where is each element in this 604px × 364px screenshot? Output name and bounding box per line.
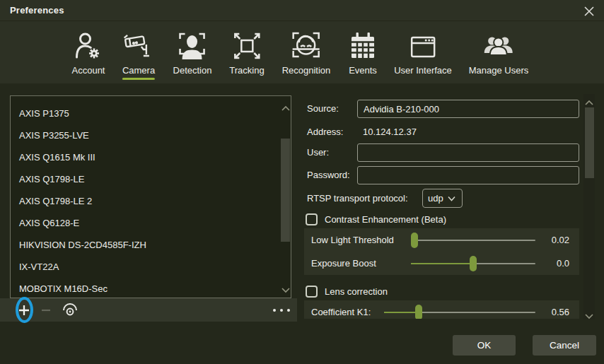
list-item[interactable]: AXIS Q1798-LE — [11, 168, 279, 190]
camera-list: AXIS P1375 AXIS P3255-LVE AXIS Q1615 Mk … — [10, 95, 291, 298]
ok-button[interactable]: OK — [453, 335, 516, 356]
manage-users-icon — [482, 27, 515, 62]
more-options-button[interactable] — [273, 298, 290, 322]
list-item[interactable]: AXIS P1375 — [11, 102, 279, 124]
camera-list-items: AXIS P1375 AXIS P3255-LVE AXIS Q1615 Mk … — [11, 102, 279, 300]
tab-label: Tracking — [229, 65, 264, 76]
cancel-button[interactable]: Cancel — [533, 335, 596, 356]
tab-user-interface[interactable]: User Interface — [394, 27, 452, 76]
close-icon[interactable] — [583, 5, 596, 18]
scroll-up-icon[interactable] — [281, 102, 291, 109]
slider-thumb[interactable] — [470, 256, 477, 271]
tab-label: Camera — [122, 65, 155, 76]
slider-thumb[interactable] — [411, 233, 418, 248]
tab-underline — [122, 78, 155, 80]
user-interface-icon — [407, 27, 439, 62]
tab-account[interactable]: Account — [72, 27, 105, 76]
tab-events[interactable]: Events — [347, 27, 379, 76]
list-item[interactable]: IX-VT22A — [11, 256, 279, 278]
lens-sliders-panel: Coefficient K1: 0.56 — [304, 300, 579, 319]
chevron-down-icon — [448, 196, 455, 201]
scroll-down-icon[interactable] — [584, 310, 594, 317]
password-input[interactable] — [357, 166, 579, 184]
password-label: Password: — [307, 166, 350, 184]
lens-correction-checkbox[interactable] — [306, 286, 318, 298]
list-item[interactable]: AXIS Q6128-E — [11, 212, 279, 234]
titlebar: Preferences — [0, 0, 604, 21]
list-item[interactable]: MOBOTIX M16D-Sec — [11, 278, 279, 300]
coefficient-k1-value: 0.56 — [542, 307, 569, 317]
tab-label: Detection — [173, 65, 212, 76]
tab-camera[interactable]: Camera — [122, 27, 155, 80]
tab-recognition[interactable]: Recognition — [282, 27, 331, 76]
exposure-boost-label: Exposure Boost — [311, 258, 411, 269]
coefficient-k1-slider[interactable] — [384, 312, 535, 313]
contrast-sliders-panel: Low Light Threshold 0.02 Exposure Boost … — [304, 228, 579, 275]
low-light-threshold-slider[interactable] — [411, 240, 535, 241]
exposure-boost-row: Exposure Boost 0.0 — [304, 252, 579, 275]
low-light-threshold-value: 0.02 — [542, 235, 569, 245]
exposure-boost-slider[interactable] — [411, 263, 535, 264]
contrast-enhancement-checkbox[interactable] — [306, 213, 318, 225]
address-value: 10.124.12.37 — [363, 123, 417, 141]
recognition-icon — [290, 27, 323, 62]
tab-manage-users[interactable]: Manage Users — [469, 27, 529, 76]
rtsp-protocol-value: udp — [428, 193, 443, 204]
user-label: User: — [307, 143, 329, 162]
ellipsis-icon — [273, 309, 276, 312]
form-scrollbar — [583, 94, 595, 319]
rtsp-protocol-label: RTSP transport protocol: — [307, 189, 408, 208]
add-camera-button[interactable] — [14, 298, 34, 322]
list-scrollbar-thumb[interactable] — [281, 139, 290, 242]
tab-label: Manage Users — [469, 65, 529, 76]
list-item[interactable]: AXIS Q1615 Mk III — [11, 146, 279, 168]
events-icon — [347, 27, 379, 62]
low-light-threshold-label: Low Light Threshold — [311, 235, 411, 245]
slider-fill — [411, 263, 473, 264]
low-light-threshold-row: Low Light Threshold 0.02 — [304, 228, 579, 252]
list-item[interactable]: AXIS Q1798-LE 2 — [11, 190, 279, 212]
preferences-window: Preferences Account — [0, 0, 604, 364]
tab-label: Account — [72, 65, 105, 76]
address-label: Address: — [307, 123, 343, 141]
form-scrollbar-thumb[interactable] — [585, 107, 594, 178]
camera-list-toolbar — [0, 298, 297, 322]
list-item[interactable]: HIKVISION DS-2CD4585F-IZH — [11, 234, 279, 256]
slider-thumb[interactable] — [415, 305, 422, 319]
coefficient-k1-row: Coefficient K1: 0.56 — [304, 300, 579, 319]
coefficient-k1-label: Coefficient K1: — [311, 307, 384, 317]
tab-label: User Interface — [394, 65, 452, 76]
tracking-icon — [231, 27, 263, 62]
discover-cameras-button[interactable] — [60, 298, 80, 322]
tab-label: Recognition — [282, 65, 331, 76]
camera-icon — [122, 27, 155, 62]
contrast-enhancement-label: Contrast Enhancement (Beta) — [325, 213, 446, 226]
source-input[interactable] — [357, 100, 579, 118]
tab-tracking[interactable]: Tracking — [229, 27, 264, 76]
exposure-boost-value: 0.0 — [542, 258, 569, 269]
detection-icon — [176, 27, 209, 62]
rtsp-protocol-select[interactable]: udp — [422, 189, 463, 208]
tab-label: Events — [349, 65, 377, 76]
slider-fill — [384, 312, 419, 313]
scroll-up-icon[interactable] — [584, 96, 594, 103]
remove-camera-button[interactable] — [36, 298, 56, 322]
tab-detection[interactable]: Detection — [173, 27, 212, 76]
account-icon — [72, 27, 105, 62]
scroll-down-icon[interactable] — [281, 284, 291, 291]
window-title: Preferences — [10, 5, 64, 16]
lens-correction-label: Lens correction — [325, 286, 388, 298]
user-input[interactable] — [357, 143, 579, 162]
list-item[interactable]: AXIS P3255-LVE — [11, 124, 279, 146]
source-label: Source: — [307, 100, 339, 118]
